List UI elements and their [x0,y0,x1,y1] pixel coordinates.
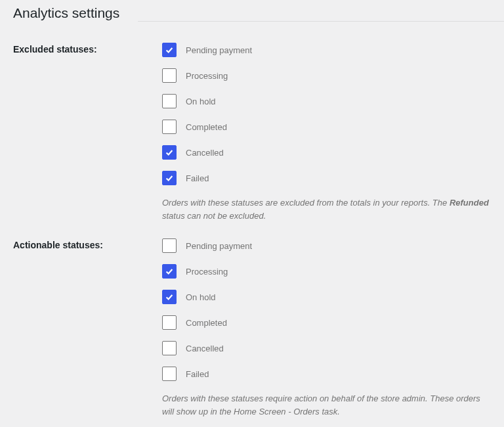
page-title: Analytics settings [13,0,491,26]
excluded-checkbox[interactable] [162,68,177,83]
actionable-help-text: Orders with these statuses require actio… [162,392,490,418]
excluded-statuses-section: Excluded statuses: Pending paymentProces… [13,43,491,222]
excluded-help-text: Orders with these statuses are excluded … [162,196,490,222]
excluded-row: Processing [162,68,490,83]
actionable-row: Cancelled [162,341,490,355]
actionable-checkbox[interactable] [162,341,177,355]
excluded-row: Pending payment [162,43,490,57]
excluded-checkbox[interactable] [162,120,177,134]
actionable-checkbox-label[interactable]: On hold [186,292,216,302]
actionable-checkbox-label[interactable]: Cancelled [186,344,224,353]
excluded-row: On hold [162,94,490,108]
actionable-checkbox[interactable] [162,367,177,381]
actionable-checkbox[interactable] [162,264,177,279]
excluded-checkbox[interactable] [162,171,177,185]
excluded-checkbox-label[interactable]: Failed [186,173,209,183]
actionable-checkbox-label[interactable]: Processing [186,267,228,277]
excluded-row: Failed [162,171,490,185]
excluded-row: Cancelled [162,145,490,160]
actionable-checkbox-label[interactable]: Pending payment [186,241,252,251]
excluded-checkbox-label[interactable]: Cancelled [186,148,224,158]
excluded-statuses-label: Excluded statuses: [13,43,162,55]
excluded-checkbox-label[interactable]: Pending payment [186,45,252,55]
actionable-row: Pending payment [162,238,490,253]
actionable-row: Completed [162,315,490,330]
excluded-checkbox-label[interactable]: Processing [186,71,228,81]
excluded-checkbox-label[interactable]: Completed [186,122,227,132]
excluded-checkbox[interactable] [162,43,177,57]
actionable-checkbox-label[interactable]: Failed [186,369,209,379]
excluded-checkbox[interactable] [162,94,177,108]
excluded-checkbox[interactable] [162,145,177,160]
actionable-checkbox[interactable] [162,238,177,253]
divider [138,21,504,22]
check-icon [165,148,174,157]
check-icon [165,45,174,55]
actionable-statuses-label: Actionable statuses: [13,238,162,250]
excluded-statuses-body: Pending paymentProcessingOn holdComplete… [162,43,490,222]
actionable-checkbox[interactable] [162,290,177,304]
actionable-statuses-body: Pending paymentProcessingOn holdComplete… [162,238,490,418]
actionable-row: Processing [162,264,490,279]
check-icon [165,267,174,276]
excluded-row: Completed [162,120,490,134]
actionable-checkbox[interactable] [162,315,177,330]
actionable-checkbox-label[interactable]: Completed [186,318,227,328]
check-icon [165,292,174,302]
actionable-row: On hold [162,290,490,304]
actionable-statuses-section: Actionable statuses: Pending paymentProc… [13,238,491,418]
check-icon [165,173,174,183]
excluded-checkbox-label[interactable]: On hold [186,97,216,106]
actionable-row: Failed [162,367,490,381]
